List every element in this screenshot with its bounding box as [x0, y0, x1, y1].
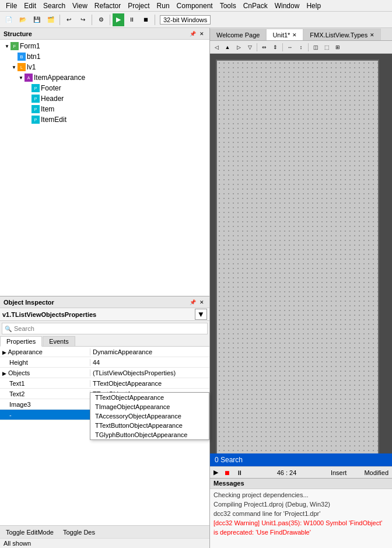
tree-item-itemappearance[interactable]: ▼ A ItemAppearance [0, 72, 209, 83]
menu-refactor[interactable]: Refactor [91, 1, 124, 11]
prop-name-text2: Text2 [0, 390, 90, 397]
menu-file[interactable]: File [2, 1, 20, 11]
toggle-itemedit[interactable] [24, 116, 32, 123]
oi-close-btn[interactable]: ✕ [198, 298, 206, 306]
tree-item-header[interactable]: P Header [0, 93, 209, 104]
menu-view[interactable]: View [69, 1, 91, 11]
toggle-btn1[interactable] [10, 53, 18, 60]
center-v-btn[interactable]: ↕ [296, 42, 306, 53]
structure-pin-btn[interactable]: 📌 [188, 30, 197, 38]
tab-events[interactable]: Events [43, 336, 75, 346]
tab-unit1-close[interactable]: ✕ [292, 32, 297, 38]
oi-row-text1[interactable]: Text1 TTextObjectAppearance [0, 378, 209, 389]
expand-btn-appearance[interactable]: ▶ [2, 350, 6, 355]
toggle-editmode-btn[interactable]: Toggle EditMode [4, 529, 56, 536]
structure-panel: Structure 📌 ✕ ▼ F Form1 B [0, 28, 209, 296]
menu-component[interactable]: Component [173, 1, 216, 11]
menu-cnpack[interactable]: CnPack [240, 1, 271, 11]
toggle-lv1[interactable]: ▼ [10, 64, 18, 71]
dropdown-item-textbuttonobject[interactable]: TTextButtonObjectAppearance [90, 421, 209, 430]
dist-v-btn[interactable]: ⇕ [270, 42, 281, 53]
icon-footer: P [32, 84, 40, 92]
oi-title: Object Inspector [4, 299, 54, 306]
menu-run[interactable]: Run [153, 1, 173, 11]
expand-btn-objects[interactable]: ▶ [2, 371, 6, 376]
menu-tools[interactable]: Tools [216, 1, 240, 11]
status-pause-icon[interactable]: ⏸ [236, 469, 243, 476]
icon-btn1: B [18, 53, 26, 61]
new-btn[interactable]: 📄 [2, 13, 15, 26]
menu-search[interactable]: Search [40, 1, 69, 11]
align-right-btn[interactable]: ▷ [233, 42, 244, 53]
open-btn[interactable]: 📂 [16, 13, 29, 26]
tree-item-footer[interactable]: P Footer [0, 83, 209, 93]
menu-help[interactable]: Help [303, 1, 324, 11]
sep1 [60, 15, 60, 25]
save-all-btn[interactable]: 🗂️ [44, 13, 57, 26]
align-left-btn[interactable]: ◁ [211, 42, 222, 53]
dropdown-item-glyphbuttonobject[interactable]: TGlyphButtonObjectAppearance [90, 430, 209, 439]
tab-welcome-page[interactable]: Welcome Page [210, 29, 266, 40]
dropdown-item-textobject[interactable]: TTextObjectAppearance [90, 393, 209, 402]
oi-pin-btn[interactable]: 📌 [188, 298, 197, 306]
align-bottom-btn[interactable]: ▽ [244, 42, 255, 53]
all-shown-bar: All shown [0, 538, 209, 548]
tree-item-lv1[interactable]: ▼ L lv1 [0, 62, 209, 72]
toggle-form1[interactable]: ▼ [4, 43, 10, 50]
toggle-des-btn[interactable]: Toggle Des [61, 529, 97, 536]
oi-object-dropdown-btn[interactable]: ▼ [195, 309, 207, 320]
status-mode: Insert [331, 469, 347, 476]
label-lv1: lv1 [27, 63, 36, 71]
tree-item-item[interactable]: P Item [0, 104, 209, 114]
build-btn[interactable]: ⚙ [94, 13, 107, 26]
menu-project[interactable]: Project [124, 1, 153, 11]
align-top-btn[interactable]: ▲ [222, 42, 233, 53]
tab-fmx-label: FMX.ListView.Types [310, 32, 368, 39]
same-size-btn[interactable]: ⊞ [332, 42, 343, 53]
undo-btn[interactable]: ↩ [62, 13, 75, 26]
tree-item-itemedit[interactable]: P ItemEdit [0, 114, 209, 125]
oi-row-height[interactable]: Height 44 [0, 357, 209, 368]
menu-window[interactable]: Window [271, 1, 303, 11]
same-height-btn[interactable]: ⬚ [321, 42, 332, 53]
prop-name-addnew: - [0, 411, 90, 418]
prop-name-objects: ▶ Objects [0, 369, 90, 376]
status-stop-icon[interactable]: ⏹ [224, 469, 230, 476]
menu-edit[interactable]: Edit [20, 1, 40, 11]
oi-search-input[interactable] [14, 325, 207, 332]
redo-btn[interactable]: ↪ [76, 13, 89, 26]
icon-form1: F [10, 42, 19, 50]
pause-btn[interactable]: ⏸ [125, 13, 138, 26]
oi-row-objects[interactable]: ▶ Objects (TListViewObjectsProperties) [0, 368, 209, 378]
tab-fmx-close[interactable]: ✕ [370, 32, 374, 38]
search-bar[interactable]: 0 Search [210, 453, 392, 466]
status-position: 46 : 24 [249, 469, 325, 476]
oi-bottom-toolbar: Toggle EditMode Toggle Des [0, 525, 209, 538]
toggle-header[interactable] [24, 95, 32, 102]
status-modified: Modified [364, 469, 388, 476]
tree-item-form1[interactable]: ▼ F Form1 [0, 41, 209, 51]
dist-h-btn[interactable]: ⇔ [259, 42, 270, 53]
status-play-icon[interactable]: ▶ [214, 469, 218, 476]
toggle-itemappearance[interactable]: ▼ [18, 74, 24, 81]
dropdown-item-imageobject[interactable]: TImageObjectAppearance [90, 402, 209, 411]
main-toolbar: 📄 📂 💾 🗂️ ↩ ↪ ⚙ ▶ ⏸ ⏹ 32-bit Windows [0, 12, 392, 28]
ed-sep3 [308, 43, 309, 51]
object-inspector: Object Inspector 📌 ✕ v1.TListViewObjects… [0, 296, 209, 548]
tab-unit1[interactable]: Unit1* ✕ [266, 29, 303, 40]
stop-btn[interactable]: ⏹ [139, 13, 152, 26]
editor-area[interactable] [210, 54, 392, 453]
tab-fmx-listview[interactable]: FMX.ListView.Types ✕ [303, 29, 381, 40]
toggle-footer[interactable] [24, 85, 32, 92]
center-h-btn[interactable]: ↔ [285, 42, 295, 53]
dropdown-item-accessoryobject[interactable]: TAccessoryObjectAppearance [90, 411, 209, 421]
toggle-item[interactable] [24, 106, 32, 113]
run-btn[interactable]: ▶ [113, 13, 124, 26]
same-width-btn[interactable]: ◫ [310, 42, 321, 53]
structure-close-btn[interactable]: ✕ [198, 30, 206, 38]
oi-row-appearance[interactable]: ▶ Appearance DynamicAppearance [0, 347, 209, 357]
prop-value-objects: (TListViewObjectsProperties) [90, 369, 209, 376]
tab-properties[interactable]: Properties [0, 336, 42, 347]
save-btn[interactable]: 💾 [30, 13, 43, 26]
tree-item-btn1[interactable]: B btn1 [0, 51, 209, 62]
